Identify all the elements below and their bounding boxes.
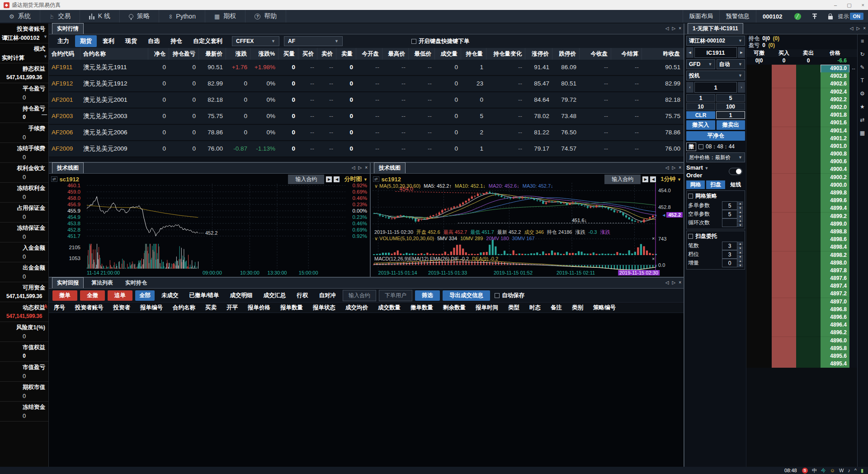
tray-icon-2[interactable]: 今 (821, 467, 826, 474)
spin-up-icon[interactable]: ▲ (737, 218, 743, 223)
quantity-decrease-button[interactable]: ‹ (686, 82, 693, 93)
column-header-最新价[interactable]: 最新价 (199, 48, 226, 60)
ladder-price-cell[interactable]: 4900.6 (821, 158, 849, 166)
ladder-sell-cell[interactable] (796, 150, 821, 158)
tray-icon-5[interactable]: ♪ (848, 468, 850, 473)
table-row-AF1912[interactable]: AF1912澳元兑美元19120082.9900%0----0------023… (49, 76, 684, 92)
price-mode-select[interactable]: 自动 ▼ (717, 59, 745, 69)
ladder-price-cell[interactable]: 4903.0 (821, 65, 849, 73)
ladder-row-4901.2[interactable]: 4901.2 (746, 135, 857, 142)
report-column-类别[interactable]: 类别 (567, 304, 588, 312)
panel-next-icon[interactable]: ▷ (672, 26, 675, 31)
ladder-price-cell[interactable]: 4897.8 (821, 267, 849, 275)
ladder-price-cell[interactable]: 4896.8 (821, 306, 849, 314)
ladder-buy-cell[interactable] (772, 88, 796, 96)
ladder-buy-cell[interactable] (772, 290, 796, 298)
ladder-cancel-cell[interactable] (746, 189, 772, 197)
report-filter-成交明细[interactable]: 成交明细 (226, 290, 256, 301)
ladder-price-cell[interactable]: 4898.0 (821, 259, 849, 267)
panel-prev-icon[interactable]: ◁ (665, 26, 669, 31)
report-button-全撤[interactable]: 全撤 (80, 290, 105, 301)
mode-tab-短线[interactable]: 短线 (726, 180, 745, 189)
ladder-sell-cell[interactable] (796, 236, 821, 244)
report-column-报单状态[interactable]: 报单状态 (308, 304, 340, 312)
ladder-price-cell[interactable]: 4900.4 (821, 166, 849, 174)
column-header-最高价[interactable]: 最高价 (382, 48, 409, 60)
contract-prev-button[interactable]: ◄ (686, 47, 693, 58)
ladder-cancel-cell[interactable] (746, 96, 772, 104)
ladder-cancel-cell[interactable] (746, 259, 772, 267)
quick-qty-100[interactable]: 100 (716, 103, 745, 110)
ladder-row-4900.6[interactable]: 4900.6 (746, 158, 857, 166)
ladder-row-4902.2[interactable]: 4902.2 (746, 96, 857, 104)
ladder-row-4897.4[interactable]: 4897.4 (746, 282, 857, 290)
panel-prev-icon[interactable]: ◁ (665, 280, 669, 285)
ladder-sell-cell[interactable] (796, 259, 821, 267)
column-header-卖价[interactable]: 卖价 (317, 48, 336, 60)
column-header-持仓量[interactable]: 持仓量 (461, 48, 486, 60)
autosave-checkbox[interactable] (495, 293, 500, 298)
column-header-买价[interactable]: 买价 (298, 48, 317, 60)
filter-tab-主力[interactable]: 主力 (52, 35, 74, 47)
tray-icon-0[interactable]: S (802, 468, 808, 474)
hint-toggle[interactable]: ON (850, 13, 864, 20)
cancel-box-button[interactable]: 撤 (686, 142, 696, 151)
filter-tab-现货[interactable]: 现货 (120, 35, 142, 47)
edit-icon[interactable]: ✎ (860, 64, 864, 71)
report-button-筛选[interactable]: 筛选 (415, 290, 440, 301)
ladder-sell-cell[interactable] (796, 337, 821, 345)
ladder-sell-cell[interactable] (796, 174, 821, 182)
ladder-sell-cell[interactable] (796, 243, 821, 251)
panel-next-icon[interactable]: ▷ (672, 165, 675, 170)
ladder-buy-cell[interactable] (772, 337, 796, 345)
ladder-sell-cell[interactable] (796, 135, 821, 143)
field-input-循环次数[interactable] (722, 218, 737, 227)
column-header-涨跌[interactable]: 涨跌 (226, 48, 250, 60)
menu-right-1[interactable]: 预警信息 (719, 10, 756, 23)
ladder-cancel-cell[interactable] (746, 321, 772, 329)
report-filter-未成交[interactable]: 未成交 (157, 290, 183, 301)
menu-item-策略[interactable]: 策略 (120, 10, 159, 23)
ladder-price-cell[interactable]: 4898.8 (821, 228, 849, 236)
ladder-cancel-cell[interactable] (746, 282, 772, 290)
ladder-cancel-cell[interactable] (746, 80, 772, 88)
ladder-sell-cell[interactable] (796, 181, 821, 190)
menu-item-K 线[interactable]: K 线 (80, 10, 120, 23)
ladder-price-cell[interactable]: 4899.2 (821, 213, 849, 221)
quick-qty-CLR[interactable]: CLR (686, 111, 715, 119)
column-header-跌停价[interactable]: 跌停价 (552, 48, 580, 60)
center-price-select[interactable]: 居中价格：最新价 ▼ (686, 152, 745, 162)
filter-tab-套利[interactable]: 套利 (98, 35, 119, 47)
report-column-报单时间[interactable]: 报单时间 (471, 304, 503, 312)
panel-close-icon[interactable]: × (679, 280, 681, 285)
report-column-报单编号[interactable]: 报单编号 (135, 304, 168, 312)
ladder-buy-cell[interactable] (772, 313, 796, 322)
sweep-strategy-checkbox[interactable] (688, 234, 693, 239)
ladder-buy-cell[interactable] (772, 236, 796, 244)
ladder-sell-cell[interactable] (796, 72, 821, 81)
page-next-icon[interactable]: ▶ (642, 176, 648, 182)
column-header-持仓量变化[interactable]: 持仓量变化 (486, 48, 525, 60)
report-column-报单价格[interactable]: 报单价格 (243, 304, 275, 312)
page-prev-icon[interactable]: ◀ (650, 176, 656, 182)
report-input-输入合约[interactable]: 输入合约 (343, 290, 376, 301)
ladder-price-cell[interactable]: 4898.4 (821, 243, 849, 251)
ladder-price-cell[interactable]: 4902.2 (821, 96, 849, 104)
ladder-sell-cell[interactable] (796, 267, 821, 275)
ladder-price-cell[interactable]: 4896.2 (821, 329, 849, 337)
ladder-sell-cell[interactable] (796, 119, 821, 127)
ladder-row-4900.8[interactable]: 4900.8 (746, 150, 857, 158)
column-header-成交量[interactable]: 成交量 (435, 48, 461, 60)
ladder-sell-cell[interactable] (796, 197, 821, 205)
ladder-cancel-cell[interactable] (746, 127, 772, 135)
exchange-select[interactable]: CFFEX▼ (232, 36, 279, 46)
panel-close-icon[interactable]: × (863, 26, 866, 31)
ladder-cancel-cell[interactable] (746, 243, 772, 251)
ladder-row-4897.0[interactable]: 4897.0 (746, 298, 857, 306)
ladder-row-4901.6[interactable]: 4901.6 (746, 119, 857, 127)
ladder-sell-cell[interactable] (796, 306, 821, 314)
ladder-buy-cell[interactable] (772, 298, 796, 306)
spin-up-icon[interactable]: ▲ (737, 201, 743, 205)
ladder-cancel-cell[interactable] (746, 142, 772, 151)
ladder-price-cell[interactable]: 4900.2 (821, 174, 849, 182)
